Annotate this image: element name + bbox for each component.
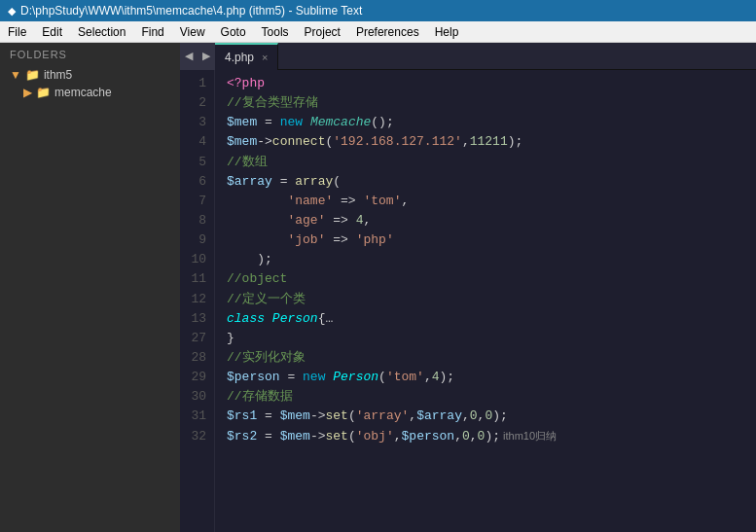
sidebar: FOLDERS ▼ 📁 ithm5 ▶ 📁 memcache: [0, 43, 180, 532]
folder-icon: 📁: [25, 68, 40, 82]
window-title: D:\phpStudy\WWW\ithm5\memcache\4.php (it…: [20, 4, 362, 18]
title-icon: ◆: [8, 5, 16, 18]
line-num-13: 13: [188, 309, 206, 329]
line-num-7: 7: [188, 192, 206, 211]
subfolder-icon: 📁: [36, 86, 51, 99]
line-num-9: 9: [188, 231, 206, 250]
editor: ◀ ▶ 4.php × 1 2 3 4 5 6 7 8 9 10 11 1: [180, 43, 756, 532]
menu-find[interactable]: Find: [133, 23, 171, 41]
menu-selection[interactable]: Selection: [70, 23, 133, 41]
menu-bar: File Edit Selection Find View Goto Tools…: [0, 21, 756, 43]
tab-bar: ◀ ▶ 4.php ×: [180, 43, 756, 70]
folder-expand-icon: ▼: [10, 68, 21, 82]
line-num-27: 27: [188, 329, 206, 348]
sidebar-header: FOLDERS: [0, 43, 180, 66]
tab-4php[interactable]: 4.php ×: [215, 43, 278, 70]
line-num-12: 12: [188, 290, 206, 309]
line-num-5: 5: [188, 153, 206, 172]
line-num-32: 32: [188, 427, 206, 446]
menu-preferences[interactable]: Preferences: [348, 23, 427, 41]
line-num-2: 2: [188, 93, 206, 113]
line-num-28: 28: [188, 348, 206, 368]
menu-view[interactable]: View: [172, 23, 213, 41]
line-num-6: 6: [188, 172, 206, 192]
menu-file[interactable]: File: [0, 23, 34, 41]
code-area: 1 2 3 4 5 6 7 8 9 10 11 12 13 27 28 29 3…: [180, 70, 756, 532]
root-folder-label: ithm5: [44, 68, 72, 82]
code-content[interactable]: <?php //复合类型存储 $mem = new Memcache(); $m…: [215, 70, 756, 532]
line-num-11: 11: [188, 269, 206, 289]
menu-goto[interactable]: Goto: [213, 23, 254, 41]
menu-help[interactable]: Help: [427, 23, 467, 41]
menu-tools[interactable]: Tools: [254, 23, 297, 41]
subfolder-arrow-icon: ▶: [23, 86, 32, 99]
tab-label: 4.php: [225, 51, 254, 64]
line-num-1: 1: [188, 74, 206, 93]
title-bar: ◆ D:\phpStudy\WWW\ithm5\memcache\4.php (…: [0, 0, 756, 21]
tab-close-button[interactable]: ×: [262, 52, 268, 63]
menu-project[interactable]: Project: [297, 23, 348, 41]
sidebar-item-ithm5[interactable]: ▼ 📁 ithm5: [0, 66, 180, 84]
sidebar-item-memcache[interactable]: ▶ 📁 memcache: [0, 84, 180, 101]
line-num-8: 8: [188, 211, 206, 231]
line-num-31: 31: [188, 407, 206, 426]
tab-prev-button[interactable]: ◀: [180, 43, 198, 70]
line-num-4: 4: [188, 132, 206, 152]
line-num-3: 3: [188, 113, 206, 132]
line-num-30: 30: [188, 387, 206, 407]
menu-edit[interactable]: Edit: [34, 23, 70, 41]
sub-folder-label: memcache: [54, 86, 112, 99]
line-num-29: 29: [188, 368, 206, 387]
line-num-10: 10: [188, 250, 206, 269]
tab-next-button[interactable]: ▶: [198, 43, 215, 70]
main-layout: FOLDERS ▼ 📁 ithm5 ▶ 📁 memcache ◀ ▶ 4.php…: [0, 43, 756, 532]
line-numbers: 1 2 3 4 5 6 7 8 9 10 11 12 13 27 28 29 3…: [180, 70, 215, 532]
